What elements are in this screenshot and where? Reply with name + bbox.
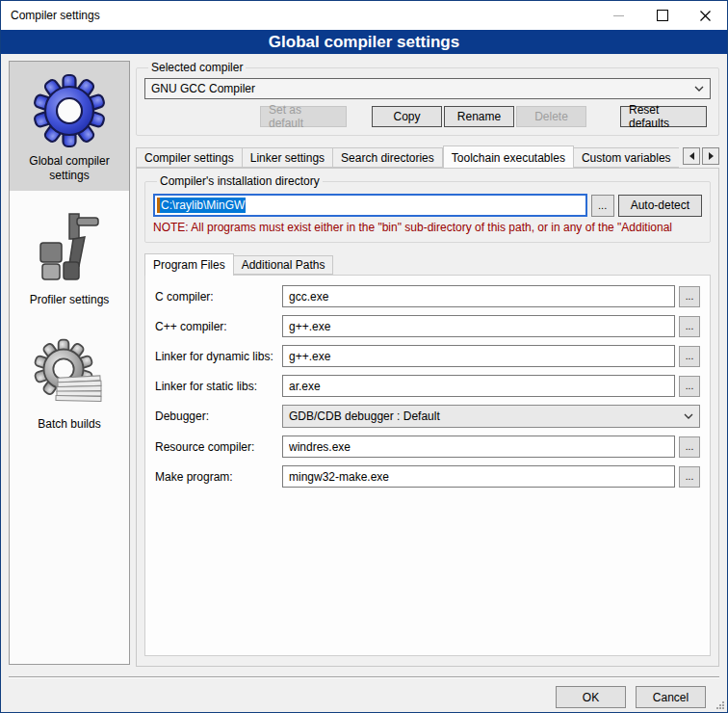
debugger-label: Debugger: — [155, 409, 282, 423]
cpp-compiler-browse-button[interactable]: ... — [679, 316, 700, 337]
blue-gear-icon — [31, 71, 108, 148]
titlebar: Compiler settings — [1, 1, 727, 30]
toolchain-executables-panel: Compiler's installation directory C:\ray… — [136, 168, 719, 667]
c-compiler-label: C compiler: — [155, 290, 282, 304]
browse-directory-button[interactable]: ... — [591, 195, 614, 217]
settings-category-list: Global compiler settings Profiler — [9, 61, 130, 665]
sidebar-item-global-compiler-settings[interactable]: Global compiler settings — [10, 62, 129, 191]
form-row-make-program: Make program: ... — [155, 465, 700, 488]
auto-detect-button[interactable]: Auto-detect — [618, 195, 702, 217]
minimize-button[interactable] — [597, 1, 640, 30]
cpp-compiler-label: C++ compiler: — [155, 320, 282, 333]
close-button[interactable] — [684, 1, 727, 30]
dialog-header: Global compiler settings — [1, 30, 727, 54]
installation-directory-legend: Compiler's installation directory — [157, 174, 323, 188]
resource-compiler-input[interactable] — [282, 436, 675, 458]
dialog-header-title: Global compiler settings — [269, 33, 459, 52]
make-program-browse-button[interactable]: ... — [679, 466, 700, 488]
bin-subdirectory-note: NOTE: All programs must exist either in … — [153, 221, 702, 234]
tab-scroll-right-button[interactable] — [702, 147, 719, 165]
resize-grip[interactable] — [716, 701, 725, 710]
compiler-select[interactable]: GNU GCC Compiler — [144, 78, 711, 99]
arrow-right-icon — [709, 152, 714, 160]
make-program-input[interactable] — [282, 465, 675, 488]
sidebar-item-batch-builds[interactable]: Batch builds — [10, 325, 129, 439]
form-row-resource-compiler: Resource compiler: ... — [155, 436, 700, 458]
sidebar-item-profiler-settings[interactable]: Profiler settings — [10, 200, 129, 315]
debugger-select-value: GDB/CDB debugger : Default — [289, 409, 678, 423]
maximize-icon — [657, 10, 668, 21]
tab-custom-variables[interactable]: Custom variables — [574, 147, 679, 168]
c-compiler-input[interactable] — [282, 285, 675, 307]
window-title: Compiler settings — [1, 9, 597, 22]
dialog-footer: OK Cancel — [9, 678, 719, 708]
c-compiler-browse-button[interactable]: ... — [679, 286, 700, 307]
set-as-default-button: Set as default — [260, 106, 347, 127]
form-row-cpp-compiler: C++ compiler: ... — [155, 315, 700, 337]
toolchain-subtabs: Program Files Additional Paths — [144, 252, 711, 275]
installation-directory-value: C:\raylib\MinGW — [160, 198, 246, 213]
ok-button[interactable]: OK — [556, 686, 626, 708]
form-row-debugger: Debugger: GDB/CDB debugger : Default — [155, 405, 700, 428]
chevron-down-icon — [689, 86, 710, 92]
sidebar-item-label: Profiler settings — [30, 293, 110, 307]
selected-compiler-group: Selected compiler GNU GCC Compiler Set a… — [136, 61, 719, 136]
subtab-additional-paths[interactable]: Additional Paths — [234, 255, 334, 275]
compiler-settings-dialog: Compiler settings Global compiler settin… — [0, 0, 728, 713]
close-icon — [700, 11, 711, 21]
program-files-panel: C compiler: ... C++ compiler: ... — [144, 275, 711, 656]
selected-compiler-legend: Selected compiler — [148, 61, 246, 74]
subtab-program-files[interactable]: Program Files — [144, 253, 234, 276]
static-linker-label: Linker for static libs: — [155, 380, 282, 393]
debugger-select[interactable]: GDB/CDB debugger : Default — [282, 405, 700, 428]
cancel-button[interactable]: Cancel — [636, 686, 706, 708]
resource-compiler-browse-button[interactable]: ... — [679, 436, 700, 458]
static-linker-browse-button[interactable]: ... — [679, 376, 700, 397]
static-linker-input[interactable] — [282, 375, 675, 397]
sidebar-item-label: Batch builds — [38, 417, 100, 432]
chevron-down-icon — [678, 413, 699, 419]
rename-button[interactable]: Rename — [444, 106, 514, 127]
tab-toolchain-executables[interactable]: Toolchain executables — [443, 145, 574, 168]
minimize-icon — [613, 15, 624, 16]
make-program-label: Make program: — [155, 470, 282, 484]
gear-sheets-icon — [31, 334, 108, 411]
sidebar-item-label: Global compiler settings — [12, 154, 127, 183]
caliper-blocks-icon — [31, 210, 108, 287]
delete-button: Delete — [516, 106, 586, 127]
arrow-left-icon — [689, 152, 694, 160]
compiler-select-value: GNU GCC Compiler — [151, 82, 689, 95]
installation-directory-group: Compiler's installation directory C:\ray… — [144, 174, 711, 243]
dynamic-linker-label: Linker for dynamic libs: — [155, 350, 282, 363]
reset-defaults-button[interactable]: Reset defaults — [620, 106, 707, 127]
form-row-static-linker: Linker for static libs: ... — [155, 375, 700, 397]
tab-scroll-left-button[interactable] — [683, 147, 700, 165]
form-row-c-compiler: C compiler: ... — [155, 285, 700, 307]
dynamic-linker-input[interactable] — [282, 345, 675, 367]
maximize-button[interactable] — [640, 1, 684, 30]
resource-compiler-label: Resource compiler: — [155, 440, 282, 454]
installation-directory-input[interactable]: C:\raylib\MinGW — [153, 194, 587, 217]
tab-linker-settings[interactable]: Linker settings — [243, 147, 333, 168]
copy-button[interactable]: Copy — [372, 106, 442, 127]
tab-search-directories[interactable]: Search directories — [333, 147, 443, 168]
compiler-tabs: Compiler settings Linker settings Search… — [136, 145, 719, 168]
cpp-compiler-input[interactable] — [282, 315, 675, 337]
tab-compiler-settings[interactable]: Compiler settings — [136, 147, 243, 168]
dynamic-linker-browse-button[interactable]: ... — [679, 346, 700, 367]
form-row-dynamic-linker: Linker for dynamic libs: ... — [155, 345, 700, 367]
